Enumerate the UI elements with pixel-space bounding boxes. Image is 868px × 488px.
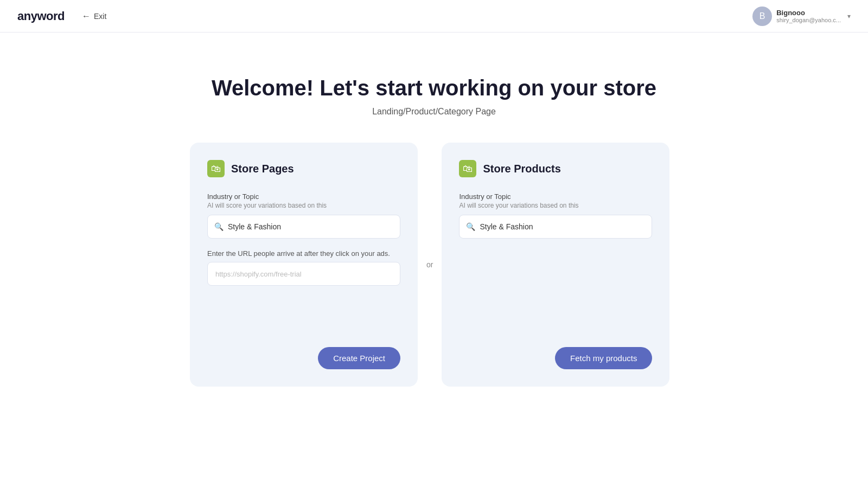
create-project-button[interactable]: Create Project <box>318 347 400 369</box>
industry-search-products[interactable]: 🔍 Style & Fashion <box>459 215 652 239</box>
industry-label-products: Industry or Topic <box>459 192 652 201</box>
store-products-title: Store Products <box>483 163 560 175</box>
user-email: shiry_dogan@yahoo.c... <box>776 17 841 23</box>
store-pages-card: 🛍 Store Pages Industry or Topic AI will … <box>190 143 418 387</box>
url-input[interactable]: https://shopify.com/free-trial <box>207 262 400 286</box>
user-menu[interactable]: B Bignooo shiry_dogan@yahoo.c... ▾ <box>752 7 851 26</box>
header: anyword ← Exit B Bignooo shiry_dogan@yah… <box>0 0 868 33</box>
exit-button[interactable]: ← Exit <box>82 11 106 21</box>
chevron-down-icon: ▾ <box>847 12 851 20</box>
store-products-card: 🛍 Store Products Industry or Topic AI wi… <box>442 143 669 387</box>
shopify-products-icon: 🛍 <box>459 160 476 177</box>
cards-container: 🛍 Store Pages Industry or Topic AI will … <box>190 143 678 387</box>
user-info: Bignooo shiry_dogan@yahoo.c... <box>776 9 841 23</box>
industry-value-products: Style & Fashion <box>480 222 533 231</box>
industry-field-products: Industry or Topic AI will score your var… <box>459 192 652 239</box>
industry-field-pages: Industry or Topic AI will score your var… <box>207 192 400 239</box>
industry-value-pages: Style & Fashion <box>228 222 281 231</box>
industry-search-pages[interactable]: 🔍 Style & Fashion <box>207 215 400 239</box>
store-products-card-header: 🛍 Store Products <box>459 160 652 177</box>
url-placeholder: https://shopify.com/free-trial <box>215 270 302 278</box>
page-title: Welcome! Let's start working on your sto… <box>212 76 656 100</box>
avatar: B <box>752 7 772 26</box>
avatar-initial: B <box>760 11 765 21</box>
main-content: Welcome! Let's start working on your sto… <box>0 33 868 387</box>
header-left: anyword ← Exit <box>17 9 106 23</box>
industry-sublabel-products: AI will score your variations based on t… <box>459 202 652 209</box>
exit-arrow-icon: ← <box>82 11 91 21</box>
store-products-footer: Fetch my products <box>459 330 652 369</box>
store-pages-card-header: 🛍 Store Pages <box>207 160 400 177</box>
industry-sublabel-pages: AI will score your variations based on t… <box>207 202 400 209</box>
industry-label-pages: Industry or Topic <box>207 192 400 201</box>
or-divider: or <box>418 260 442 269</box>
store-pages-footer: Create Project <box>207 330 400 369</box>
page-subtitle: Landing/Product/Category Page <box>372 107 496 117</box>
url-label: Enter the URL people arrive at after the… <box>207 249 400 258</box>
url-field: Enter the URL people arrive at after the… <box>207 239 400 286</box>
search-icon-pages: 🔍 <box>214 222 224 231</box>
store-pages-title: Store Pages <box>231 163 294 175</box>
fetch-products-button[interactable]: Fetch my products <box>555 347 652 369</box>
search-icon-products: 🔍 <box>466 222 475 231</box>
user-name: Bignooo <box>776 9 805 17</box>
exit-label: Exit <box>94 12 106 21</box>
logo: anyword <box>17 9 65 23</box>
shopify-pages-icon: 🛍 <box>207 160 225 177</box>
